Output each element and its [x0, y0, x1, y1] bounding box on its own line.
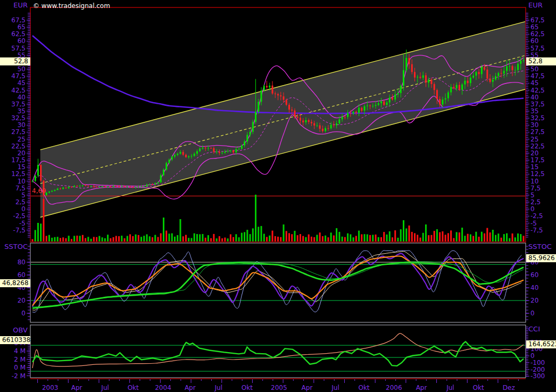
axis-tick-label: 10 [530, 178, 538, 185]
axis-tick-label: 10 [18, 178, 26, 185]
axis-tick-label: 22,5 [530, 143, 545, 150]
sstoc-panel [30, 243, 526, 322]
time-axis-label: 2005 [271, 384, 287, 391]
time-axis-label: Apr [416, 384, 427, 391]
axis-tick-label: 37,5 [11, 101, 26, 108]
axis-tick-label: -2,5 [530, 212, 543, 220]
axis-tick-label: 0 [21, 205, 26, 213]
time-axis-label: Okt [128, 384, 139, 391]
axis-tick-label: -5 [530, 220, 537, 227]
stochastic-smoothed-green-line [32, 263, 524, 308]
axis-tick-label: 0 M [14, 364, 26, 371]
axis-tick-label: 17,5 [11, 156, 26, 164]
axis-tick-label: 62,5 [11, 30, 26, 38]
axis-tick-label: 20 [530, 149, 538, 157]
axis-tick-label: 20 [530, 297, 538, 304]
axis-tick-label: 0 [21, 310, 26, 317]
time-axis-label: 2006 [386, 384, 402, 391]
axis-tick-label: 47,5 [530, 72, 545, 80]
price-axis-label-right: EUR [528, 2, 543, 9]
axis-tick-label: 25 [18, 136, 26, 143]
time-axis-label: Apr [71, 384, 82, 391]
axis-tick-label: 47,5 [11, 72, 26, 80]
axis-tick-label: 20 [18, 149, 26, 157]
axis-tick-label: 32,5 [530, 114, 545, 122]
axis-tick-label: 35 [18, 107, 26, 115]
stochastic-fast-line [32, 254, 524, 307]
volume-bars [32, 195, 525, 241]
axis-tick-label: 32,5 [11, 114, 26, 122]
axis-tick-label: 7,5 [530, 185, 541, 192]
time-axis: 2003AprJulOkt2004AprJulOkt2005AprJulOkt2… [30, 379, 526, 391]
level-line-label: 4,69 [32, 187, 46, 195]
axis-tick-label: -7,5 [13, 227, 26, 234]
sstoc-value-box-right: 85,9626 [526, 254, 556, 262]
last-price-box-left: 52,8 [0, 57, 30, 65]
axis-tick-label: -300 [530, 372, 545, 380]
axis-tick-label: 62,5 [530, 30, 545, 38]
axis-tick-label: 50 [530, 65, 538, 73]
time-axis-label: Apr [185, 384, 196, 391]
sstoc-axis-label-right: SSTOC [528, 243, 552, 250]
axis-tick-label: -2,5 [13, 212, 26, 220]
time-axis-label: Okt [473, 384, 484, 391]
axis-tick-label: 65 [530, 23, 538, 31]
time-axis-label: Apr [302, 384, 313, 391]
axis-tick-label: 57,5 [11, 45, 26, 52]
axis-tick-label: -5 [19, 220, 26, 227]
axis-tick-label: 0 [530, 205, 535, 213]
sstoc-axis-label-left: SSTOC [0, 243, 28, 250]
axis-tick-label: 2,5 [530, 198, 541, 206]
obv-panel-frame [30, 325, 526, 378]
axis-tick-label: 2 M [14, 356, 26, 363]
axis-tick-label: 5 [21, 191, 26, 199]
axis-tick-label: 22,5 [11, 143, 26, 150]
obv-panel [30, 325, 526, 378]
obv-value-box: 6610338 [0, 336, 30, 344]
time-axis-label: Dez [503, 384, 515, 391]
axis-tick-label: 17,5 [530, 156, 545, 164]
axis-tick-label: 0 [530, 310, 535, 317]
axis-tick-label: 60 [530, 37, 538, 45]
axis-tick-label: 35 [530, 107, 538, 115]
axis-tick-label: 40 [18, 94, 26, 101]
axis-tick-label: 37,5 [530, 101, 545, 108]
axis-tick-label: 60 [18, 37, 26, 45]
last-price-box-right: 52,8 [526, 57, 556, 65]
time-axis-label: Jul [214, 384, 222, 391]
copyright-text: © www.tradesignal.com [33, 2, 110, 10]
axis-tick-label: 60 [18, 271, 26, 279]
axis-tick-label: 60 [530, 271, 538, 279]
axis-tick-label: 4 M [14, 347, 26, 355]
axis-tick-label: 80 [18, 258, 26, 266]
cci-value-box: 164,6523 [526, 340, 556, 348]
axis-tick-label: 45 [530, 79, 538, 87]
cci-line [32, 333, 524, 368]
main-price-panel [30, 7, 526, 242]
chart-canvas[interactable]: 67,567,5656562,562,5606057,557,5555552,5… [0, 0, 556, 392]
axis-tick-label: 30 [18, 121, 26, 129]
time-axis-label: Jul [331, 384, 339, 391]
price-axis-label-left: EUR [0, 2, 28, 9]
axis-tick-label: 67,5 [530, 16, 545, 24]
cci-axis-label: CCI [528, 326, 540, 332]
axis-tick-label: -7,5 [530, 227, 543, 234]
obv-axis-label: OBV [0, 327, 28, 333]
axis-tick-label: 12,5 [530, 170, 545, 178]
axis-tick-label: 25 [530, 136, 538, 143]
axis-tick-label: -2 M [12, 372, 26, 380]
axis-tick-label: 40 [530, 284, 538, 291]
time-axis-label: 2004 [155, 384, 171, 391]
time-axis-label: Jul [101, 384, 109, 391]
axis-tick-label: 15 [530, 163, 538, 171]
axis-tick-label: 27,5 [11, 128, 26, 136]
time-axis-label: Okt [358, 384, 369, 391]
tradesignal-chart-window: 67,567,5656562,562,5606057,557,5555552,5… [0, 0, 556, 392]
axis-tick-label: 2,5 [15, 198, 26, 206]
axis-tick-label: 57,5 [530, 45, 545, 52]
axis-tick-label: 7,5 [15, 185, 26, 192]
axis-tick-label: 20 [18, 297, 26, 304]
axis-tick-label: 67,5 [11, 16, 26, 24]
axis-tick-label: 65 [18, 23, 26, 31]
axis-tick-label: 15 [18, 163, 26, 171]
